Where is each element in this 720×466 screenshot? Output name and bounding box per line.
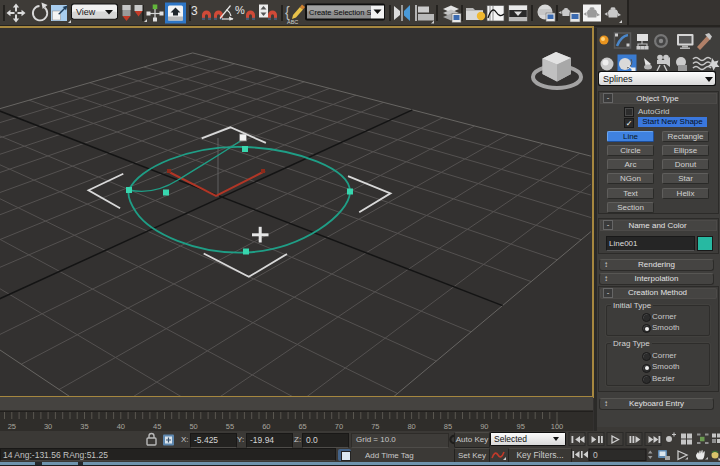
svg-text:80: 80 [407,422,415,431]
svg-text:60: 60 [262,422,270,431]
svg-text:0: 0 [593,450,598,460]
svg-text:70: 70 [335,422,343,431]
svg-text:3: 3 [191,4,198,18]
svg-text:55: 55 [226,422,234,431]
svg-text:85: 85 [444,422,452,431]
svg-text:50: 50 [189,422,197,431]
svg-text:45: 45 [153,422,161,431]
svg-text:75: 75 [371,422,379,431]
svg-text:90: 90 [480,422,488,431]
svg-text:40: 40 [117,422,125,431]
svg-text:35: 35 [80,422,88,431]
svg-text:30: 30 [44,422,52,431]
svg-text:{: { [285,4,290,20]
svg-text:View: View [76,7,96,17]
svg-text:ABC: ABC [287,19,298,25]
svg-text:Create Selection Se: Create Selection Se [309,8,376,17]
svg-text:25: 25 [8,422,16,431]
svg-text:100: 100 [551,422,564,431]
svg-text:65: 65 [298,422,306,431]
svg-text:95: 95 [517,422,525,431]
svg-text:%: % [235,4,245,16]
